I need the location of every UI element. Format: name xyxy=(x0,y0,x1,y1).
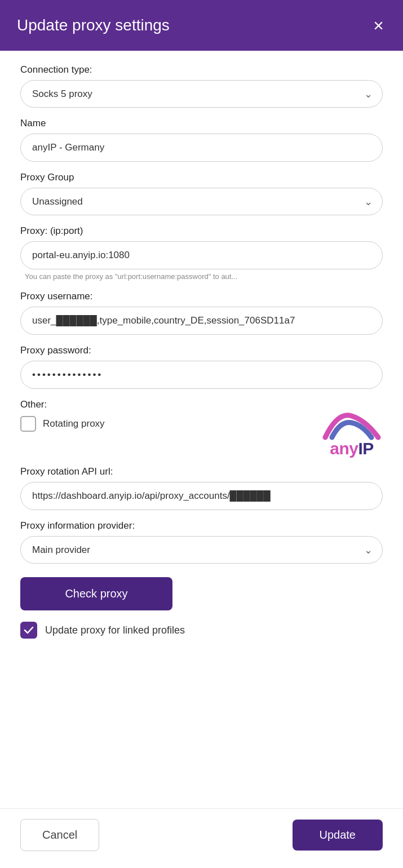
modal-container: Update proxy settings × Connection type:… xyxy=(0,0,403,868)
proxy-username-group: Proxy username: xyxy=(20,291,383,335)
rotating-proxy-row: Rotating proxy xyxy=(20,416,105,432)
proxy-info-provider-select-wrap: Main provider ⌄ xyxy=(20,536,383,564)
proxy-ip-port-group: Proxy: (ip:port) You can paste the proxy… xyxy=(20,225,383,281)
proxy-rotation-api-group: Proxy rotation API url: xyxy=(20,466,383,510)
name-group: Name xyxy=(20,118,383,162)
modal-title: Update proxy settings xyxy=(17,16,170,34)
check-proxy-button[interactable]: Check proxy xyxy=(20,577,172,610)
name-input[interactable] xyxy=(20,134,383,162)
proxy-ip-port-input[interactable] xyxy=(20,241,383,269)
connection-type-select-wrap: Socks 5 proxy HTTP proxy HTTPS proxy ⌄ xyxy=(20,80,383,108)
update-proxy-linked-checkbox[interactable] xyxy=(20,622,37,639)
proxy-group-select[interactable]: Unassigned xyxy=(20,188,383,215)
proxy-group-label: Proxy Group xyxy=(20,172,383,183)
cancel-button[interactable]: Cancel xyxy=(20,819,99,851)
anyip-logo-text: anyIP xyxy=(330,439,374,458)
proxy-rotation-api-label: Proxy rotation API url: xyxy=(20,466,383,477)
proxy-ip-port-hint: You can paste the proxy as "url:port:use… xyxy=(20,272,383,281)
anyip-text-any: any xyxy=(330,439,358,458)
proxy-info-provider-select[interactable]: Main provider xyxy=(20,536,383,564)
connection-type-select[interactable]: Socks 5 proxy HTTP proxy HTTPS proxy xyxy=(20,80,383,108)
connection-type-label: Connection type: xyxy=(20,64,383,76)
proxy-username-input[interactable] xyxy=(20,307,383,335)
modal-header: Update proxy settings × xyxy=(0,0,403,51)
other-label: Other: xyxy=(20,399,383,410)
anyip-logo: anyIP xyxy=(321,410,383,458)
close-button[interactable]: × xyxy=(371,16,386,34)
proxy-info-provider-label: Proxy information provider: xyxy=(20,520,383,532)
proxy-password-input[interactable] xyxy=(20,361,383,389)
proxy-ip-port-label: Proxy: (ip:port) xyxy=(20,225,383,237)
rotating-proxy-label: Rotating proxy xyxy=(43,418,105,429)
proxy-info-provider-group: Proxy information provider: Main provide… xyxy=(20,520,383,564)
proxy-password-label: Proxy password: xyxy=(20,345,383,356)
proxy-username-label: Proxy username: xyxy=(20,291,383,302)
other-section: Other: Rotating proxy anyIP xyxy=(20,399,383,458)
proxy-group-select-wrap: Unassigned ⌄ xyxy=(20,188,383,215)
update-button[interactable]: Update xyxy=(293,820,383,851)
update-proxy-linked-row: Update proxy for linked profiles xyxy=(20,622,383,639)
update-proxy-linked-label: Update proxy for linked profiles xyxy=(45,625,185,636)
modal-footer: Cancel Update xyxy=(0,808,403,868)
checkmark-icon xyxy=(24,625,34,635)
proxy-group-group: Proxy Group Unassigned ⌄ xyxy=(20,172,383,215)
proxy-password-group: Proxy password: xyxy=(20,345,383,389)
other-row: Rotating proxy anyIP xyxy=(20,416,383,458)
name-label: Name xyxy=(20,118,383,129)
anyip-arc-icon xyxy=(321,410,383,441)
modal-body: Connection type: Socks 5 proxy HTTP prox… xyxy=(0,51,403,808)
proxy-rotation-api-input[interactable] xyxy=(20,482,383,510)
anyip-text-ip: IP xyxy=(358,439,373,458)
rotating-proxy-checkbox[interactable] xyxy=(20,416,36,432)
connection-type-group: Connection type: Socks 5 proxy HTTP prox… xyxy=(20,64,383,108)
